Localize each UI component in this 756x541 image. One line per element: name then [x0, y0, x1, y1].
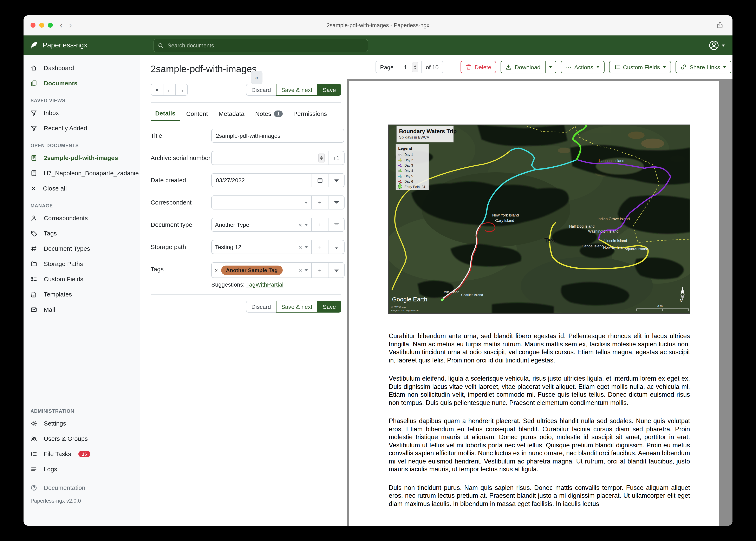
user-menu[interactable] [709, 40, 725, 51]
save-next-button[interactable]: Save & next [276, 84, 317, 96]
page-stepper[interactable] [412, 62, 418, 72]
correspondent-filter-button[interactable] [328, 196, 345, 210]
next-document-button[interactable]: → [175, 84, 188, 96]
tab-details[interactable]: Details [151, 107, 180, 121]
save-button[interactable]: Save [317, 84, 341, 96]
search-input[interactable] [167, 42, 364, 49]
discard-button[interactable]: Discard [246, 84, 276, 96]
sidebar-item-documents[interactable]: Documents [24, 76, 140, 91]
discard-button-bottom[interactable]: Discard [246, 300, 276, 312]
close-document-button[interactable]: × [151, 84, 163, 96]
sidebar-item-correspondents[interactable]: Correspondents [24, 210, 140, 226]
tag-suggestion-link[interactable]: TagWithPartial [246, 281, 283, 288]
correspondent-select[interactable] [211, 196, 312, 210]
save-next-button-bottom[interactable]: Save & next [276, 300, 317, 312]
sidebar-item-file-tasks[interactable]: File Tasks 16 [24, 446, 140, 461]
sidebar-item-document-types[interactable]: Document Types [24, 241, 140, 256]
sidebar-collapse-button[interactable]: « [251, 71, 262, 84]
google-earth-logo: Google Earth [392, 296, 427, 303]
save-button-bottom[interactable]: Save [317, 300, 341, 312]
sidebar-item-recently-added[interactable]: Recently Added [24, 120, 140, 136]
actions-button[interactable]: Actions [561, 61, 604, 73]
tab-metadata[interactable]: Metadata [214, 107, 249, 121]
document-type-filter-button[interactable] [328, 218, 345, 232]
sidebar-item-close-all[interactable]: Close all [24, 181, 140, 196]
tab-notes[interactable]: Notes1 [251, 107, 287, 121]
map-title: Boundary Waters Trip [399, 128, 457, 135]
page-number-input[interactable] [401, 63, 410, 71]
island-label: Norway Island [603, 245, 627, 250]
details-form: Title Archive serial number +1 [151, 129, 345, 288]
asn-input[interactable] [211, 151, 328, 165]
sidebar-item-documentation[interactable]: Documentation [24, 480, 140, 495]
sidebar-item-dashboard[interactable]: Dashboard [24, 60, 140, 76]
clear-icon[interactable]: × [298, 244, 302, 251]
template-file-icon [31, 291, 37, 297]
calendar-button[interactable] [312, 173, 328, 187]
compass-label: N [679, 298, 683, 303]
custom-fields-icon [614, 64, 620, 70]
remove-tag-icon[interactable]: x [215, 267, 218, 273]
sidebar-item-inbox[interactable]: Inbox [24, 105, 140, 120]
previous-document-button[interactable]: ← [163, 84, 175, 96]
title-input[interactable] [211, 129, 344, 143]
add-document-type-button[interactable]: + [312, 218, 328, 232]
sidebar-item-mail[interactable]: Mail [24, 302, 140, 317]
logs-icon [31, 466, 37, 472]
download-options-button[interactable] [545, 61, 556, 73]
asn-plus-one-button[interactable]: +1 [328, 151, 345, 165]
chevron-down-icon [305, 246, 308, 248]
filter-icon [333, 199, 339, 206]
tab-permissions[interactable]: Permissions [289, 107, 331, 121]
sidebar-item-label: Documentation [44, 484, 85, 491]
sidebar: Dashboard Documents SAVED VIEWS Inbox Re… [24, 55, 140, 526]
correspondent-field-label: Correspondent [151, 196, 211, 210]
documents-icon [31, 80, 37, 86]
add-correspondent-button[interactable]: + [312, 196, 328, 210]
add-storage-path-button[interactable]: + [312, 240, 328, 254]
tags-select[interactable]: x Another Sample Tag × [211, 262, 312, 278]
window-title: 2sample-pdf-with-images - Paperless-ngx [24, 22, 732, 28]
add-tag-button[interactable]: + [312, 262, 328, 278]
date-filter-button[interactable] [328, 173, 345, 187]
chevron-down-icon [596, 66, 599, 68]
page-total-label: of 10 [422, 61, 443, 73]
delete-button[interactable]: Delete [461, 61, 496, 73]
sidebar-item-custom-fields[interactable]: Custom Fields [24, 271, 140, 286]
clear-icon[interactable]: × [298, 221, 302, 228]
clear-icon[interactable]: × [298, 267, 302, 273]
sidebar-item-logs[interactable]: Logs [24, 461, 140, 477]
pdf-viewer-frame[interactable]: Hausons Island New York Island Gary Isla… [347, 79, 732, 526]
person-icon [31, 215, 37, 221]
sidebar-item-users-groups[interactable]: Users & Groups [24, 431, 140, 446]
sidebar-item-tags[interactable]: Tags [24, 226, 140, 241]
sidebar-item-templates[interactable]: Templates [24, 286, 140, 302]
number-stepper[interactable] [319, 153, 324, 163]
tags-filter-button[interactable] [328, 262, 345, 278]
download-button[interactable]: Download [501, 61, 546, 73]
share-links-button[interactable]: Share Links [676, 61, 731, 73]
search-icon [158, 42, 164, 48]
tag-chip[interactable]: Another Sample Tag [221, 266, 283, 275]
sidebar-item-open-doc-1[interactable]: 2sample-pdf-with-images [24, 150, 140, 165]
legend-label: Day 1 [404, 153, 413, 157]
island-label: Canoe Island [582, 244, 604, 248]
sidebar-section-manage: MANAGE [31, 203, 140, 208]
storage-path-select[interactable]: Testing 12 × [211, 240, 312, 254]
ellipsis-icon [566, 64, 571, 70]
sidebar-item-open-doc-2[interactable]: H7_Napoleon_Bonaparte_zadanie [24, 165, 140, 181]
search-bar[interactable] [154, 39, 368, 52]
tab-content[interactable]: Content [182, 107, 212, 121]
asn-field-label: Archive serial number [151, 151, 211, 165]
sidebar-item-settings[interactable]: Settings [24, 416, 140, 431]
app-brand[interactable]: Paperless-ngx [30, 41, 87, 50]
copyright-line: Image © 2017 DigitalGlobe [391, 309, 418, 312]
share-icon[interactable] [716, 21, 723, 31]
document-type-select[interactable]: Another Type × [211, 218, 312, 232]
custom-fields-button[interactable]: Custom Fields [609, 61, 671, 73]
chevron-down-icon [549, 66, 552, 68]
map-legend: Legend Day 1 Day 2 Day 3 Day 4 Day [396, 144, 429, 190]
storage-path-filter-button[interactable] [328, 240, 345, 254]
date-created-input[interactable] [211, 173, 312, 187]
sidebar-item-storage-paths[interactable]: Storage Paths [24, 256, 140, 271]
